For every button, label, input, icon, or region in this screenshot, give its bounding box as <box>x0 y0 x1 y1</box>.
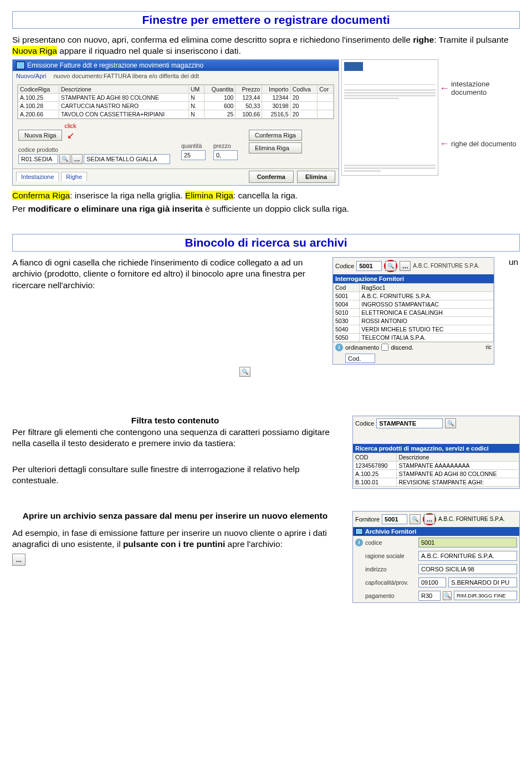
highlight-elimina-riga: Elimina Riga <box>185 191 233 200</box>
binoculars-icon[interactable] <box>445 418 456 428</box>
binoculars-icon[interactable] <box>385 261 396 271</box>
grid-row[interactable]: A.100.25 STAMPANTE AD AGHI 80 COLONNE N … <box>18 93 334 101</box>
tabs-row: Intestazione Righe Conferma Elimina <box>13 168 339 185</box>
lookup-grid: CodRagSoc1 5001A.B.C. FORNITURE S.P.A. 5… <box>333 283 494 342</box>
input-codice-search[interactable]: STAMPANTE <box>376 418 443 428</box>
binoculars-icon[interactable] <box>239 367 250 377</box>
ricerca-prodotti-shot: Codice STAMPANTE Ricerca prodotti di mag… <box>352 416 520 489</box>
conferma-riga-button[interactable]: Conferma Riga <box>249 130 302 141</box>
lookup-row[interactable]: B.100.01REVISIONE STAMPANTE AGHI: <box>354 478 519 486</box>
field-localita[interactable]: S.BERNARDO DI PU <box>448 577 517 587</box>
section1-modifica-para: Per modificare o eliminare una riga già … <box>12 203 520 214</box>
checkbox-discend[interactable] <box>381 344 388 351</box>
cell: 123,44 <box>236 93 262 101</box>
edit-panel: Nuova Riga click ↙ codice prodotto R01.S… <box>13 120 339 168</box>
cell: B.100.01 <box>354 478 397 486</box>
ellipsis-button-large[interactable]: … <box>12 554 25 566</box>
conferma-button[interactable]: Conferma <box>249 171 294 183</box>
col-codice[interactable]: CodiceRiga <box>18 85 59 93</box>
col-ragsoc[interactable]: RagSoc1 <box>360 283 494 291</box>
lookup-row[interactable]: 5001A.B.C. FORNITURE S.P.A. <box>334 291 494 300</box>
ricerca-grid: CODDescrizione 1234567890STAMPANTE AAAAA… <box>353 453 519 487</box>
lookup-row[interactable]: A.100.25STAMPANTE AD AGHI 80 COLONNE <box>354 469 519 478</box>
tab-righe[interactable]: Righe <box>61 172 87 181</box>
ellipsis-button[interactable]: … <box>71 154 83 164</box>
field-indirizzo[interactable]: CORSO SICILIA 98 <box>418 564 517 574</box>
nuova-riga-button[interactable]: Nuova Riga <box>18 130 62 141</box>
field-codice[interactable]: 5001 <box>418 538 517 548</box>
col-cod[interactable]: COD <box>354 453 397 461</box>
col-importo[interactable]: Importo <box>262 85 290 93</box>
cell: 12344 <box>262 93 290 101</box>
menu-nuovo-apri[interactable]: Nuovo/Apri <box>16 73 46 79</box>
lookup-row[interactable]: 5040VERDI MICHELE STUDIO TEC <box>334 325 494 333</box>
lookup-row[interactable]: 5010ELETTRONICA E CASALINGH <box>334 308 494 316</box>
col-codiva[interactable]: CodIva <box>290 85 318 93</box>
label-pagamento: pagamento <box>365 592 416 599</box>
cell: VERDI MICHELE STUDIO TEC <box>360 325 494 333</box>
binoculars-icon[interactable] <box>59 154 70 164</box>
cell: 1234567890 <box>354 461 397 469</box>
label-cap: cap/località/prov. <box>365 579 416 586</box>
input-prezzo[interactable]: 0, <box>213 150 238 160</box>
thumb-header <box>344 62 436 85</box>
ellipsis-button[interactable]: … <box>424 514 435 524</box>
section3-text: Filtra testo contenuto Per filtrare gli … <box>12 416 338 489</box>
cell: STAMPANTE AD AGHI 80 COLONNE <box>397 469 519 478</box>
callout-text: intestazione documento <box>451 80 520 96</box>
txt: appare il riquadro nel quale si inserisc… <box>57 46 241 55</box>
input-codice[interactable]: 5001 <box>356 261 382 271</box>
txt: : Tramite il pulsante <box>434 35 508 44</box>
highlight-nuova-riga: Nuova Riga <box>12 46 57 55</box>
cell: 20 <box>290 110 318 118</box>
document-thumbnail <box>341 59 438 176</box>
lookup-row[interactable]: 5004INGROSSO STAMPANTI&AC <box>334 300 494 308</box>
lookup-row[interactable]: 5050TELECOM ITALIA S.P.A. <box>334 333 494 341</box>
ellipsis-button[interactable]: … <box>400 261 411 271</box>
cell: A.100.25 <box>354 469 397 478</box>
col-quantita[interactable]: Quantita <box>204 85 236 93</box>
section1-conferma-para: Conferma Riga: inserisce la riga nella g… <box>12 190 520 201</box>
col-descrizione[interactable]: Descrizione <box>397 453 519 461</box>
binoculars-icon[interactable] <box>443 591 452 600</box>
app-title-text: Emissione Fatture ddt e registrazione mo… <box>27 62 203 69</box>
lookup-titlebar: Interrogazione Fornitori <box>333 274 494 283</box>
input-filter[interactable]: Cod. <box>345 354 375 363</box>
col-cod[interactable]: Cod <box>334 283 360 291</box>
section4-heading: Aprire un archivio senza passare dal men… <box>12 511 338 521</box>
label-ric: ric <box>485 344 492 350</box>
field-ragsoc[interactable]: A.B.C. FORNITURE S.P.A. <box>418 551 517 561</box>
standalone-icons <box>239 367 256 377</box>
col-prezzo[interactable]: Prezzo <box>236 85 262 93</box>
info-icon[interactable]: i <box>335 344 343 351</box>
cell: ELETTRONICA E CASALINGH <box>360 308 494 316</box>
window-icon <box>355 528 363 535</box>
info-icon[interactable]: i <box>355 539 363 546</box>
binoculars-icon[interactable] <box>410 514 421 524</box>
col-um[interactable]: UM <box>189 85 204 93</box>
field-cap[interactable]: 09100 <box>418 577 446 587</box>
field-pag-code[interactable]: R30 <box>418 591 441 601</box>
input-codice-prodotto[interactable]: R01.SEDIA <box>18 154 58 164</box>
input-fornitore[interactable]: 5001 <box>382 514 407 524</box>
lookup-row[interactable]: 1234567890STAMPANTE AAAAAAAAA <box>354 461 519 469</box>
binoculars-highlight <box>384 260 397 272</box>
elimina-riga-button[interactable]: Elimina Riga <box>249 142 302 154</box>
input-quantita[interactable]: 25 <box>181 150 206 160</box>
col-coro[interactable]: Cor <box>318 85 334 93</box>
cell <box>318 93 334 101</box>
archivio-titlebar: Archivio Fornitori <box>365 528 416 535</box>
grid-row[interactable]: A.200.66 TAVOLO CON CASSETTIERA+RIPIANI … <box>18 110 334 118</box>
tab-intestazione[interactable]: Intestazione <box>16 172 59 181</box>
txt-bold: pulsante con i tre puntini <box>123 539 225 549</box>
elimina-button[interactable]: Elimina <box>297 171 335 183</box>
col-descrizione[interactable]: Descrizione <box>59 85 188 93</box>
arrow-icon: ↙ <box>67 130 74 141</box>
cell: 20 <box>290 101 318 110</box>
lookup-row[interactable]: 5030ROSSI ANTONIO <box>334 316 494 325</box>
grid-row[interactable]: A.100.28 CARTUCCIA NASTRO NERO N. 600 50… <box>18 101 334 110</box>
thumb-lines <box>344 89 436 99</box>
input-descrizione[interactable]: SEDIA METALLO GIALLA <box>84 154 170 164</box>
field-pag-desc[interactable]: RIM.DIR.30GG FINE <box>454 591 517 600</box>
highlight-conferma-riga: Conferma Riga <box>12 191 70 200</box>
